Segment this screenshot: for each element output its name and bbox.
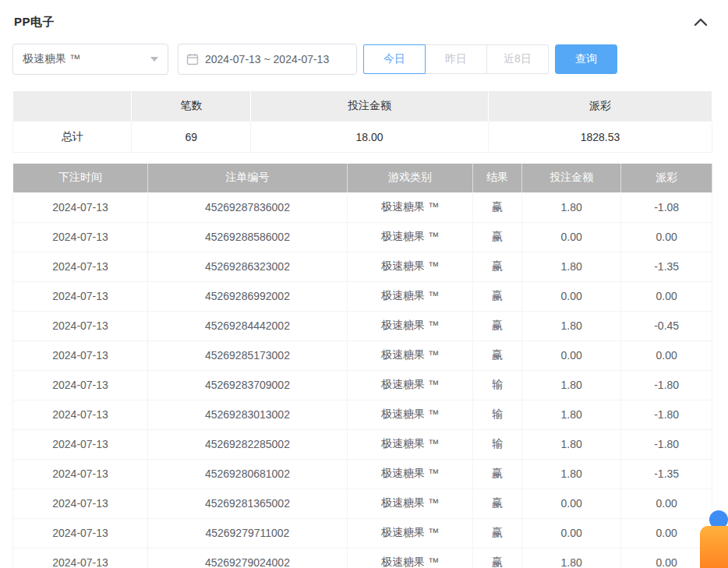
- result-cell: 赢: [473, 489, 522, 518]
- bet-time-cell: 2024-07-13: [13, 252, 148, 281]
- table-row: 2024-07-13 45269279711002 极速糖果 ™ 赢 0.00 …: [13, 518, 712, 548]
- bet-amount-cell: 1.80: [521, 459, 620, 489]
- table-row: 2024-07-13 45269284442002 极速糖果 ™ 赢 1.80 …: [13, 311, 712, 340]
- bet-table-header-row: 下注时间 注单编号 游戏类别 结果 投注金额 派彩: [13, 164, 712, 192]
- bet-amount-cell: 1.80: [521, 548, 620, 568]
- bet-amount-cell: 1.80: [521, 252, 620, 281]
- result-cell: 赢: [473, 311, 522, 340]
- bet-time-cell: 2024-07-13: [13, 489, 148, 518]
- game-type-cell: 极速糖果 ™: [347, 222, 472, 252]
- bet-time-cell: 2024-07-13: [13, 400, 148, 429]
- service-mascot-icon[interactable]: [700, 526, 728, 568]
- bet-id-cell: 45269286323002: [148, 252, 348, 281]
- chevron-down-icon: [150, 57, 158, 62]
- game-type-cell: 极速糖果 ™: [347, 281, 472, 311]
- bet-id-cell: 45269280681002: [148, 459, 348, 489]
- game-type-cell: 极速糖果 ™: [347, 489, 472, 518]
- summary-total-bet-amount: 18.00: [250, 122, 488, 153]
- summary-header-count: 笔数: [132, 91, 250, 122]
- summary-header-row: 笔数 投注金额 派彩: [13, 91, 712, 122]
- query-button[interactable]: 查询: [555, 44, 617, 74]
- calendar-icon: [186, 53, 199, 65]
- header-bet-amount: 投注金额: [521, 164, 620, 192]
- summary-header-blank: [13, 91, 132, 122]
- bet-time-cell: 2024-07-13: [13, 311, 148, 340]
- bet-amount-cell: 0.00: [521, 518, 620, 548]
- bet-time-cell: 2024-07-13: [13, 518, 148, 548]
- page-title: PP电子: [14, 15, 55, 30]
- filter-bar: 极速糖果 ™ 2024-07-13 ~ 2024-07-13 今日 昨日 近8日…: [12, 44, 712, 75]
- payout-cell: -1.80: [621, 429, 712, 459]
- bet-records-table: 下注时间 注单编号 游戏类别 结果 投注金额 派彩 2024-07-13 452…: [12, 164, 712, 568]
- bet-time-cell: 2024-07-13: [13, 548, 148, 568]
- table-row: 2024-07-13 45269283013002 极速糖果 ™ 输 1.80 …: [13, 400, 712, 429]
- result-cell: 赢: [473, 518, 522, 548]
- game-type-cell: 极速糖果 ™: [347, 192, 472, 222]
- game-type-cell: 极速糖果 ™: [347, 370, 472, 400]
- table-row: 2024-07-13 45269286323002 极速糖果 ™ 赢 1.80 …: [13, 252, 712, 281]
- result-cell: 输: [473, 370, 522, 400]
- result-cell: 赢: [473, 459, 522, 489]
- payout-cell: 0.00: [621, 340, 712, 370]
- table-row: 2024-07-13 45269283709002 极速糖果 ™ 输 1.80 …: [13, 370, 712, 400]
- payout-cell: -1.08: [621, 192, 712, 222]
- summary-total-label: 总计: [13, 122, 132, 153]
- date-range-value: 2024-07-13 ~ 2024-07-13: [205, 53, 329, 65]
- bet-id-cell: 45269286992002: [148, 281, 348, 311]
- bet-id-cell: 45269284442002: [148, 311, 348, 340]
- table-row: 2024-07-13 45269285173002 极速糖果 ™ 赢 0.00 …: [13, 340, 712, 370]
- payout-cell: -1.80: [621, 370, 712, 400]
- yesterday-button[interactable]: 昨日: [425, 44, 487, 74]
- table-row: 2024-07-13 45269282285002 极速糖果 ™ 输 1.80 …: [13, 429, 712, 459]
- table-row: 2024-07-13 45269287836002 极速糖果 ™ 赢 1.80 …: [13, 192, 712, 222]
- quick-date-button-group: 今日 昨日 近8日: [363, 44, 549, 74]
- payout-cell: 0.00: [621, 222, 712, 252]
- payout-cell: 0.00: [621, 281, 712, 311]
- summary-header-payout: 派彩: [488, 91, 712, 122]
- bet-time-cell: 2024-07-13: [13, 192, 148, 222]
- result-cell: 赢: [473, 340, 522, 370]
- bet-amount-cell: 0.00: [521, 340, 620, 370]
- payout-cell: -0.45: [621, 311, 712, 340]
- bet-id-cell: 45269281365002: [148, 489, 348, 518]
- game-type-cell: 极速糖果 ™: [347, 459, 472, 489]
- bet-time-cell: 2024-07-13: [13, 281, 148, 311]
- result-cell: 输: [473, 429, 522, 459]
- result-cell: 赢: [473, 548, 522, 568]
- bet-id-cell: 45269279024002: [148, 548, 348, 568]
- game-type-cell: 极速糖果 ™: [347, 311, 472, 340]
- date-range-picker[interactable]: 2024-07-13 ~ 2024-07-13: [178, 44, 357, 75]
- game-select[interactable]: 极速糖果 ™: [12, 44, 168, 75]
- bet-time-cell: 2024-07-13: [13, 222, 148, 252]
- result-cell: 赢: [473, 281, 522, 311]
- panel-header: PP电子: [12, 11, 712, 31]
- floating-service-widget[interactable]: [694, 509, 728, 568]
- table-row: 2024-07-13 45269288586002 极速糖果 ™ 赢 0.00 …: [13, 222, 712, 252]
- game-type-cell: 极速糖果 ™: [347, 400, 472, 429]
- summary-total-count: 69: [132, 122, 250, 153]
- payout-cell: -1.35: [621, 252, 712, 281]
- header-game-type: 游戏类别: [347, 164, 472, 192]
- collapse-chevron-up-icon[interactable]: [691, 14, 711, 30]
- bet-time-cell: 2024-07-13: [13, 459, 148, 489]
- bet-amount-cell: 0.00: [521, 489, 620, 518]
- result-cell: 输: [473, 400, 522, 429]
- bet-time-cell: 2024-07-13: [13, 429, 148, 459]
- bet-id-cell: 45269283709002: [148, 370, 348, 400]
- table-row: 2024-07-13 45269281365002 极速糖果 ™ 赢 0.00 …: [13, 489, 712, 518]
- table-row: 2024-07-13 45269279024002 极速糖果 ™ 赢 1.80 …: [13, 548, 712, 568]
- bet-amount-cell: 1.80: [521, 370, 620, 400]
- game-type-cell: 极速糖果 ™: [347, 340, 472, 370]
- header-payout: 派彩: [621, 164, 712, 192]
- game-type-cell: 极速糖果 ™: [347, 518, 472, 548]
- header-bet-id: 注单编号: [148, 164, 348, 192]
- summary-table: 笔数 投注金额 派彩 总计 69 18.00 1828.53: [12, 90, 712, 153]
- bet-id-cell: 45269279711002: [148, 518, 348, 548]
- result-cell: 赢: [473, 192, 522, 222]
- game-select-value: 极速糖果 ™: [23, 52, 80, 66]
- result-cell: 赢: [473, 252, 522, 281]
- bet-id-cell: 45269285173002: [148, 340, 348, 370]
- today-button[interactable]: 今日: [363, 44, 426, 74]
- summary-header-bet-amount: 投注金额: [250, 91, 488, 122]
- last-8-days-button[interactable]: 近8日: [486, 44, 549, 74]
